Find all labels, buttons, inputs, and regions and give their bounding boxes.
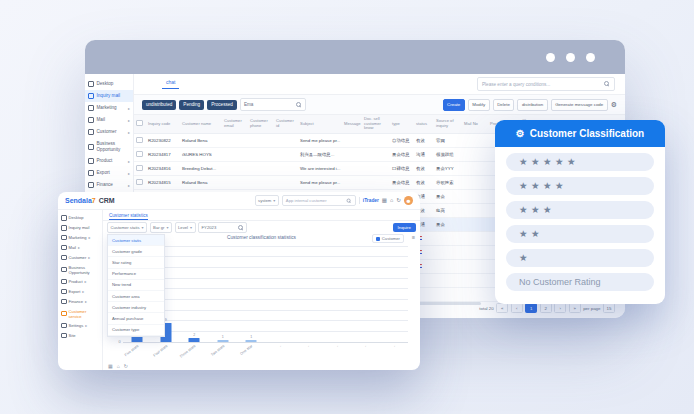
search-icon (296, 102, 302, 108)
sidebar-item-finance[interactable]: Finance▸ (58, 297, 102, 307)
sidebar-item-marketing[interactable]: Marketing▸ (58, 233, 102, 243)
dropdown-option-customer-grade[interactable]: Customer grade (108, 246, 164, 257)
table-cell: R20234815 (146, 176, 180, 190)
query-search-input[interactable]: Please enter a query conditions... (477, 77, 615, 91)
sidebar-item-label: Product (97, 158, 126, 164)
dropdown-option-customer-type[interactable]: Customer type (108, 325, 164, 336)
window-dot-icon[interactable] (586, 53, 595, 62)
sidebar-item-export[interactable]: Export▸ (85, 167, 133, 179)
grid-icon[interactable]: ▦ (108, 363, 113, 369)
tab-chat[interactable]: chat (162, 79, 179, 89)
crm-tab-bar: Customer statistics (103, 210, 420, 221)
pagination-last-button[interactable]: » (569, 303, 581, 313)
rating-pill-4-star[interactable]: ★★★★ (506, 177, 654, 195)
sidebar-item-inquiry-mail[interactable]: Inquiry mail (58, 223, 102, 233)
chart-type-select[interactable]: Bar gr ▾ (150, 222, 172, 233)
pagination-per-page-label: per page (583, 306, 600, 311)
global-search-input[interactable]: App internal customer (282, 195, 356, 206)
checkbox[interactable] (136, 120, 143, 127)
sidebar-item-customer[interactable]: Customer▸ (85, 126, 133, 138)
email-search-input[interactable]: Ema (240, 98, 306, 111)
action-button-modify[interactable]: Modify (468, 99, 490, 111)
pagination-prev-button[interactable]: ‹ (511, 303, 523, 313)
filter-button-processed[interactable]: Processed (207, 100, 237, 110)
sidebar-item-icon (61, 225, 67, 231)
window-dot-icon[interactable] (546, 53, 555, 62)
sidebar-item-settings[interactable]: Settings▸ (58, 321, 102, 331)
pagination-next-button[interactable]: › (554, 303, 566, 313)
refresh-icon[interactable]: ↻ (124, 363, 128, 369)
dropdown-option-customer-industry[interactable]: Customer industry (108, 302, 164, 313)
pagination-page-1[interactable]: 1 (525, 303, 537, 313)
sidebar-item-mail[interactable]: Mail▸ (85, 114, 133, 126)
table-cell: 展会YYY (434, 162, 462, 176)
table-cell: 官网 (434, 134, 462, 148)
grid-icon[interactable]: ▦ (382, 198, 387, 204)
window-dot-icon[interactable] (566, 53, 575, 62)
legend-item-customer[interactable]: Customer (372, 234, 404, 243)
action-button-create[interactable]: Create (443, 99, 465, 111)
action-button-distribution[interactable]: distribution (517, 99, 547, 111)
sidebar-item-icon (88, 158, 94, 164)
trader-link[interactable]: iTrader (363, 198, 379, 203)
sidebar-item-export[interactable]: Export▸ (58, 287, 102, 297)
sidebar-item-desktop[interactable]: Desktop (85, 78, 133, 90)
chart-menu-icon[interactable]: ≡ (412, 234, 415, 240)
sidebar-item-mail[interactable]: Mail▸ (58, 243, 102, 253)
tab-customer-statistics[interactable]: Customer statistics (109, 213, 148, 221)
sidebar-item-customer-service[interactable]: Customer service (58, 306, 102, 320)
sidebar-item-business-opportunity[interactable]: Business Opportunity (85, 138, 133, 155)
rating-pill-1-star[interactable]: ★ (506, 249, 654, 267)
table-cell (362, 148, 390, 162)
dropdown-option-customer-statis[interactable]: Customer statis (108, 235, 164, 246)
year-input[interactable]: FY2023 (198, 222, 247, 233)
filter-button-undistributed[interactable]: undistributed (142, 100, 176, 110)
sidebar-item-desktop[interactable]: Desktop (58, 213, 102, 223)
rating-pill-no-rating[interactable]: No Customer Rating (506, 273, 654, 291)
dropdown-option-performance[interactable]: Performance (108, 269, 164, 280)
rating-pill-5-star[interactable]: ★★★★★ (506, 153, 654, 171)
x-axis-label: One star (240, 344, 254, 356)
gear-icon[interactable]: ⚙ (611, 101, 617, 108)
scope-select[interactable]: system ▾ (255, 195, 279, 206)
dropdown-option-annual-purchase[interactable]: Annual purchase (108, 313, 164, 324)
rating-pill-2-star[interactable]: ★★ (506, 225, 654, 243)
home-icon[interactable]: ⌂ (117, 363, 120, 369)
sidebar-item-inquiry-mail[interactable]: Inquiry mail (85, 90, 133, 102)
sidebar-item-site[interactable]: Site (58, 331, 102, 341)
table-cell (222, 134, 248, 148)
action-button-delete[interactable]: Delete (493, 99, 515, 111)
table-cell (462, 162, 488, 176)
checkbox[interactable] (136, 179, 143, 186)
sidebar-item-marketing[interactable]: Marketing▸ (85, 102, 133, 114)
chevron-right-icon: ▸ (78, 245, 80, 250)
checkbox[interactable] (136, 165, 143, 172)
avatar[interactable]: ☻ (404, 196, 413, 205)
pagination-first-button[interactable]: « (496, 303, 508, 313)
logo-suffix: CRM (99, 197, 115, 204)
category-select[interactable]: Customer statis ▾ (107, 222, 147, 233)
checkbox[interactable] (136, 151, 143, 158)
sidebar-item-product[interactable]: Product▸ (85, 155, 133, 167)
notifications-icon[interactable]: ↻ (396, 198, 401, 204)
action-button-generate-message-code[interactable]: Generate message code (551, 99, 608, 111)
table-cell: 谷歌搜索 (434, 176, 462, 190)
sidebar-item-customer[interactable]: Customer▸ (58, 253, 102, 263)
dropdown-option-customer-area[interactable]: Customer area (108, 291, 164, 302)
checkbox[interactable] (136, 137, 143, 144)
level-select[interactable]: Level ▾ (175, 222, 196, 233)
gear-icon: ⚙ (516, 129, 525, 139)
home-icon[interactable]: ⌂ (390, 198, 393, 204)
header-checkbox-cell[interactable] (134, 115, 146, 134)
sidebar-item-business-opportunity[interactable]: Business Opportunity (58, 262, 102, 276)
dropdown-option-star-rating[interactable]: Star rating (108, 257, 164, 268)
table-cell (342, 162, 362, 176)
sidebar-item-finance[interactable]: Finance▸ (85, 179, 133, 191)
rating-pill-3-star[interactable]: ★★★ (506, 201, 654, 219)
pagination-page-2[interactable]: 2 (540, 303, 552, 313)
page-size-select[interactable]: 15 (603, 303, 615, 313)
filter-button-pending[interactable]: Pending (179, 100, 204, 110)
dropdown-option-new-trend[interactable]: New trend (108, 280, 164, 291)
sidebar-item-product[interactable]: Product▸ (58, 277, 102, 287)
inquire-button[interactable]: Inquire (393, 223, 416, 232)
